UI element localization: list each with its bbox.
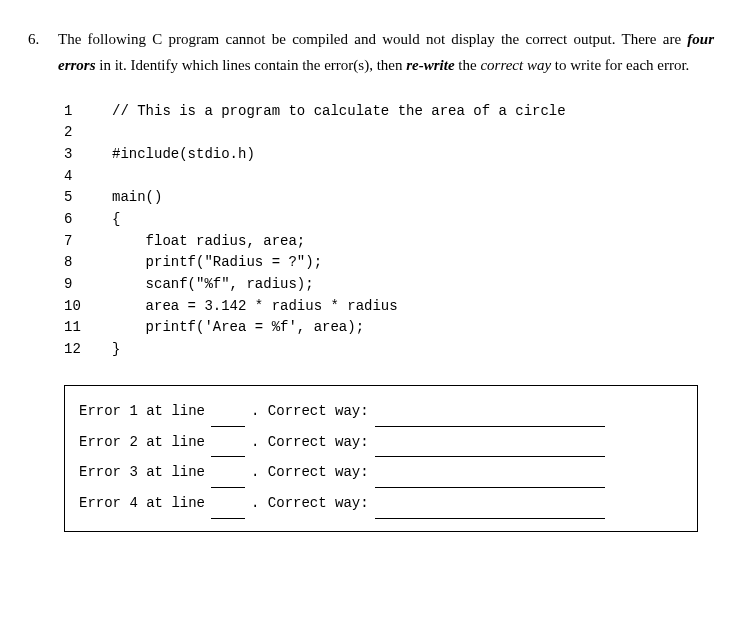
answer-label-pre: Error 1 at line [79,396,205,427]
answer-row: Error 4 at line . Correct way: [79,488,683,519]
code-text: // This is a program to calculate the ar… [112,101,566,123]
code-listing: 1// This is a program to calculate the a… [64,101,714,361]
q-text-bold2: re-write [406,57,454,73]
code-line: 9 scanf("%f", radius); [64,274,714,296]
correct-way-blank[interactable] [375,442,605,457]
line-blank[interactable] [211,442,245,457]
correct-way-blank[interactable] [375,504,605,519]
line-number: 7 [64,231,112,253]
code-line: 10 area = 3.142 * radius * radius [64,296,714,318]
code-line: 3#include(stdio.h) [64,144,714,166]
code-text: float radius, area; [112,231,305,253]
code-line: 12} [64,339,714,361]
correct-way-blank[interactable] [375,411,605,426]
answer-label-pre: Error 3 at line [79,457,205,488]
answer-box: Error 1 at line . Correct way: Error 2 a… [64,385,698,532]
code-line: 6{ [64,209,714,231]
q-text-seg3: the [455,57,481,73]
question-block: 6. The following C program cannot be com… [28,26,714,79]
line-number: 2 [64,122,112,144]
code-line: 1// This is a program to calculate the a… [64,101,714,123]
line-number: 5 [64,187,112,209]
q-text-seg2: in it. Identify which lines contain the … [96,57,407,73]
line-number: 6 [64,209,112,231]
answer-row: Error 2 at line . Correct way: [79,427,683,458]
code-line: 11 printf('Area = %f', area); [64,317,714,339]
line-number: 8 [64,252,112,274]
code-line: 8 printf("Radius = ?"); [64,252,714,274]
line-number: 9 [64,274,112,296]
code-text: printf('Area = %f', area); [112,317,364,339]
line-number: 4 [64,166,112,188]
answer-label-mid: . Correct way: [251,427,369,458]
q-text-seg1: The following C program cannot be compil… [58,31,687,47]
code-line: 2 [64,122,714,144]
answer-label-pre: Error 2 at line [79,427,205,458]
answer-row: Error 3 at line . Correct way: [79,457,683,488]
answer-row: Error 1 at line . Correct way: [79,396,683,427]
line-number: 3 [64,144,112,166]
code-line: 5main() [64,187,714,209]
line-blank[interactable] [211,504,245,519]
line-number: 10 [64,296,112,318]
line-blank[interactable] [211,473,245,488]
code-line: 7 float radius, area; [64,231,714,253]
code-text: { [112,209,120,231]
answer-label-mid: . Correct way: [251,488,369,519]
q-text-seg4: to write for each error. [551,57,689,73]
answer-label-mid: . Correct way: [251,396,369,427]
line-number: 1 [64,101,112,123]
answer-label-pre: Error 4 at line [79,488,205,519]
line-blank[interactable] [211,411,245,426]
correct-way-blank[interactable] [375,473,605,488]
code-text: } [112,339,120,361]
code-text: main() [112,187,162,209]
code-text: #include(stdio.h) [112,144,255,166]
question-text: The following C program cannot be compil… [58,26,714,79]
question-number: 6. [28,26,46,79]
line-number: 12 [64,339,112,361]
code-line: 4 [64,166,714,188]
q-text-italic1: correct way [480,57,551,73]
code-text: scanf("%f", radius); [112,274,314,296]
code-text: area = 3.142 * radius * radius [112,296,398,318]
line-number: 11 [64,317,112,339]
answer-label-mid: . Correct way: [251,457,369,488]
code-text: printf("Radius = ?"); [112,252,322,274]
